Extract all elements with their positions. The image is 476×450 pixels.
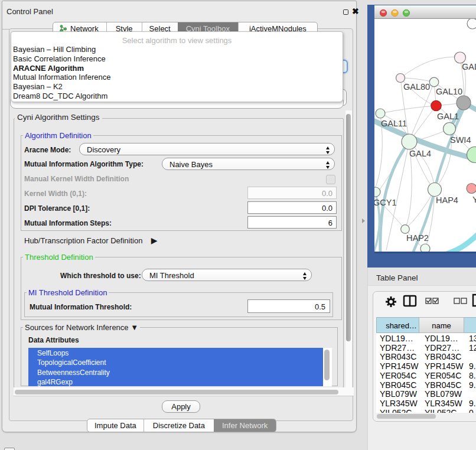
svg-text:SWI4: SWI4 — [450, 135, 471, 145]
svg-text:GCY1: GCY1 — [374, 198, 397, 207]
svg-text:HAP2: HAP2 — [406, 233, 429, 243]
svg-text:GAL80: GAL80 — [403, 82, 430, 92]
svg-text:GAL7: GAL7 — [462, 62, 476, 71]
svg-text:YD: YD — [472, 195, 476, 204]
svg-text:HAP4: HAP4 — [436, 195, 458, 205]
svg-text:GAL10: GAL10 — [436, 87, 462, 96]
svg-text:GAL11: GAL11 — [381, 119, 407, 128]
svg-text:GAL1: GAL1 — [437, 112, 459, 121]
svg-text:GAL4: GAL4 — [409, 149, 431, 158]
